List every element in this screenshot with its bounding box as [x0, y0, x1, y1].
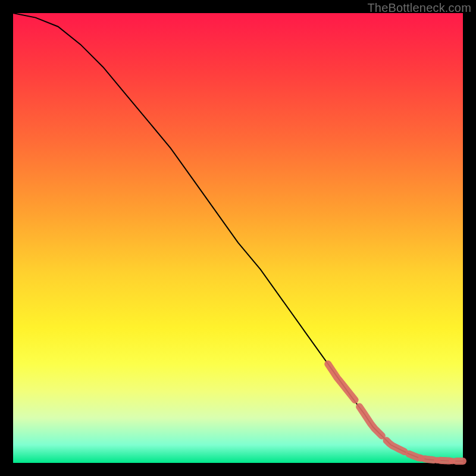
chart-frame: TheBottleneck.com — [0, 0, 476, 476]
chart-svg — [13, 13, 463, 463]
plot-area — [13, 13, 463, 463]
svg-point-1 — [434, 457, 440, 464]
svg-point-2 — [449, 458, 455, 464]
highlight-segment-line — [328, 364, 463, 465]
svg-point-0 — [418, 455, 425, 462]
bottleneck-curve-line — [13, 13, 463, 461]
